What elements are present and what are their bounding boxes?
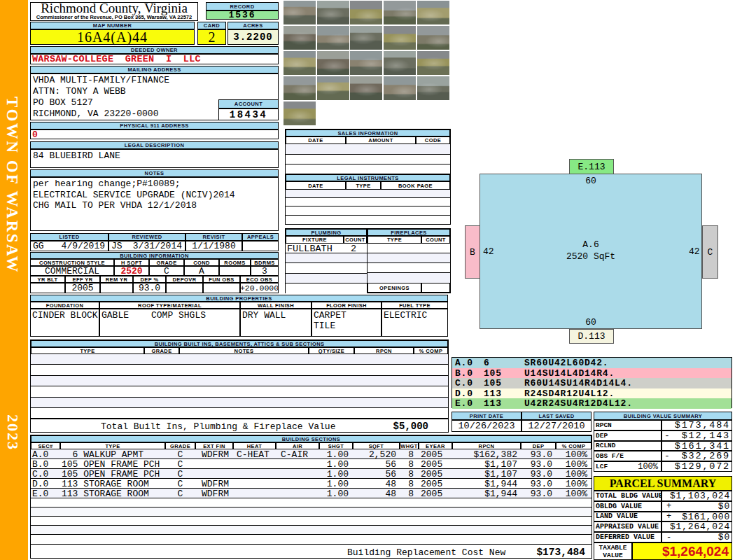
section-ext-fin: WDFRM bbox=[202, 449, 229, 460]
sketch-right-dim: 42 bbox=[689, 246, 700, 257]
value-summary-label-obs-f-e: OBS F/E bbox=[594, 451, 662, 461]
listed-by: GG bbox=[33, 241, 44, 251]
photo-thumbnail-13[interactable] bbox=[350, 51, 382, 75]
town-banner: TOWN OF WARSAW 2023 bbox=[0, 0, 28, 560]
photo-thumbnail-19[interactable] bbox=[384, 76, 416, 100]
fireplaces-col-type: TYPE bbox=[368, 236, 421, 244]
roof-label: ROOF TYPE/MATERIAL bbox=[99, 302, 240, 309]
section-dep: 93.0 bbox=[521, 479, 552, 489]
parcel-summary: PARCEL SUMMARY TOTAL BLDG VALUE$1,103,02… bbox=[594, 476, 732, 560]
building-replacement-row: Building Replacement Cost New $173,484 bbox=[31, 544, 592, 558]
value-summary-value-dep: -$12,143 bbox=[662, 430, 732, 441]
section-rpcn: $1,944 bbox=[452, 489, 517, 499]
built-ins-col-notes: NOTES bbox=[179, 347, 309, 354]
county-title: Richmond County, Virginia bbox=[41, 3, 188, 14]
building-information-header: BUILDING INFORMATION bbox=[30, 252, 279, 259]
legend-row-C.0: C.0105R60U14SU14R4D14L4. bbox=[452, 378, 732, 388]
section-comp: 100% bbox=[556, 469, 587, 479]
instruments-row-1 bbox=[286, 190, 450, 198]
banner-town-text: TOWN OF WARSAW bbox=[3, 97, 21, 274]
fireplaces-row-3 bbox=[368, 263, 450, 273]
section-row-A.0: A.0 6 WALKUP APMTCWDFRMC-HEATC-AIR1.002,… bbox=[31, 449, 592, 459]
section-comp: 100% bbox=[556, 479, 587, 489]
bi-value-bdrms: 3 bbox=[251, 266, 279, 276]
section-row-E.0: E.0113 STORAGE ROOMCWDFRM1.004882005$1,9… bbox=[31, 489, 592, 498]
section-air: C-AIR bbox=[281, 449, 308, 460]
account-label: ACCOUNT bbox=[218, 99, 279, 108]
sales-col-code: CODE bbox=[416, 136, 450, 144]
section-type: 6 WALKUP APMT bbox=[62, 449, 144, 460]
section-dep: 93.0 bbox=[521, 469, 552, 479]
account-value: 18434 bbox=[218, 108, 279, 120]
photo-thumbnail-5[interactable] bbox=[417, 1, 449, 24]
section-whgt: 8 bbox=[400, 479, 414, 489]
card-label: CARD bbox=[197, 22, 226, 29]
bi-label-h-sqft: H SQFT bbox=[114, 259, 149, 266]
built-ins-row-5 bbox=[31, 398, 448, 408]
legend-code: 105 bbox=[484, 378, 502, 388]
plumbing-fixture: FULLBATH bbox=[287, 244, 332, 254]
built-ins-row-4 bbox=[31, 386, 448, 397]
section-sec: E.0 bbox=[32, 489, 48, 499]
bi-value-h-sqft: 2520 bbox=[114, 266, 149, 276]
instruments-row-3 bbox=[286, 206, 450, 215]
section-empty-row-4 bbox=[31, 526, 592, 535]
bi-value-cond: A bbox=[184, 266, 219, 276]
building-value-summary-header: BUILDING VALUE SUMMARY bbox=[594, 412, 732, 420]
listed-label: LISTED bbox=[30, 233, 108, 241]
sketch-section-C-label: C bbox=[708, 247, 713, 258]
bi-value-construction-style: COMMERCIAL bbox=[30, 266, 114, 276]
section-ext-fin: WDFRM bbox=[202, 489, 229, 499]
fireplaces-row-1 bbox=[368, 244, 450, 253]
parcel-value-appraised-value: $1,264,024 bbox=[662, 522, 732, 532]
photo-thumbnail-10[interactable] bbox=[417, 26, 449, 50]
sales-information-header: SALES INFORMATION bbox=[286, 130, 450, 136]
photo-thumbnail-3[interactable] bbox=[350, 1, 382, 24]
photo-thumbnail-12[interactable] bbox=[317, 51, 349, 75]
plumbing-row-5 bbox=[286, 284, 367, 293]
photo-thumbnail-1[interactable] bbox=[284, 1, 316, 24]
built-ins-header: BUILDING BUILT INS, BASEMENTS, ATTICS & … bbox=[31, 340, 448, 347]
value-summary-label-dep: DEP bbox=[594, 430, 662, 441]
photo-thumbnail-16[interactable] bbox=[284, 76, 316, 100]
photo-thumbnail-9[interactable] bbox=[384, 26, 416, 50]
photo-thumbnail-4[interactable] bbox=[384, 1, 416, 24]
photo-thumbnail-7[interactable] bbox=[317, 26, 349, 50]
photo-thumbnail-11[interactable] bbox=[284, 51, 316, 75]
sketch-section-D: D.113 bbox=[569, 329, 614, 344]
photo-thumbnail-17[interactable] bbox=[317, 76, 349, 100]
photo-thumbnail-21[interactable] bbox=[284, 102, 316, 125]
photo-thumbnail-6[interactable] bbox=[284, 26, 316, 50]
map-number-value: 16A4(A)44 bbox=[30, 29, 195, 45]
photo-thumbnail-15[interactable] bbox=[417, 51, 449, 75]
fireplaces-row-4 bbox=[368, 273, 450, 283]
fireplaces-col-count: COUNT bbox=[421, 236, 450, 244]
instruments-row-2 bbox=[286, 198, 450, 206]
reviewed-value: JS3/31/2014 bbox=[108, 241, 186, 251]
sales-row-1 bbox=[286, 144, 450, 155]
section-row-B.0: B.0105 OPEN FRAME PCHC1.005682005$1,1079… bbox=[31, 459, 592, 469]
instruments-col-date: DATE bbox=[286, 181, 346, 190]
photo-thumbnail-18[interactable] bbox=[350, 76, 382, 100]
legend-trace: U42R24SU4R12D4L12. bbox=[524, 398, 633, 409]
bi-value-yr-blt bbox=[30, 283, 65, 293]
section-eyear: 2005 bbox=[421, 449, 442, 460]
bi-label-depovr: DEPOVR bbox=[166, 276, 203, 283]
section-type: 105 OPEN FRAME PCH bbox=[62, 459, 160, 470]
section-whgt: 8 bbox=[400, 449, 414, 460]
sales-col-amount: AMOUNT bbox=[346, 136, 416, 144]
section-eyear: 2005 bbox=[421, 489, 442, 499]
section-grade: C bbox=[165, 469, 195, 479]
section-dep: 93.0 bbox=[521, 449, 552, 460]
photo-thumbnail-14[interactable] bbox=[384, 51, 416, 75]
photo-thumbnail-8[interactable] bbox=[350, 26, 382, 50]
plumbing-row-4 bbox=[286, 274, 367, 284]
section-sec: B.0 bbox=[32, 459, 48, 470]
appeals-value bbox=[242, 241, 279, 251]
photo-thumbnail-20[interactable] bbox=[417, 76, 449, 100]
built-ins-col-qty-size: QTY/SIZE bbox=[309, 347, 354, 354]
section-grade: C bbox=[165, 449, 195, 460]
instruments-col-book-page: BOOK PAGE bbox=[381, 181, 450, 190]
photo-thumbnail-2[interactable] bbox=[317, 1, 349, 24]
sections-col-dep: DEP bbox=[521, 442, 556, 449]
